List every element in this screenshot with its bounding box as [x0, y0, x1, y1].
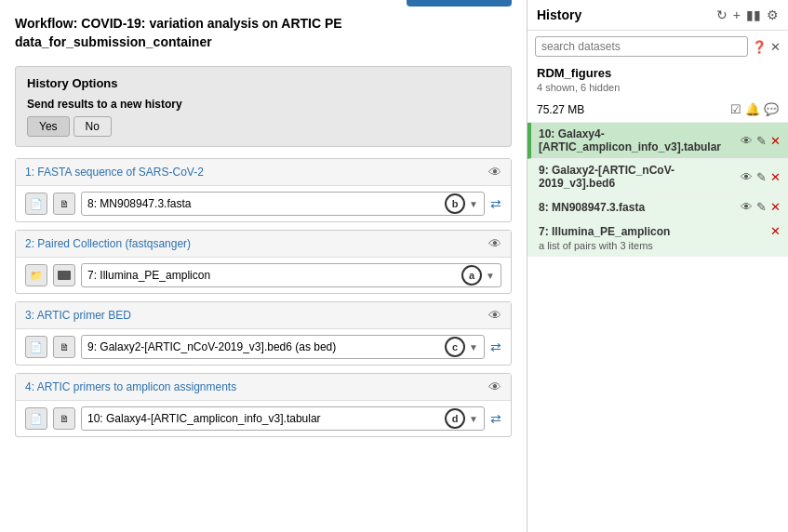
sidebar-header: History ↻ + ▮▮ ⚙: [528, 0, 788, 31]
ds8-x-icon[interactable]: ✕: [770, 200, 781, 214]
input-4-swap-icon[interactable]: ⇄: [490, 411, 501, 426]
main-content: Run Workflow Workflow: COVID-19: variati…: [0, 0, 528, 532]
history-size: 75.27 MB: [537, 103, 584, 116]
checkbox-icon[interactable]: ☑: [730, 102, 741, 116]
search-help-icon[interactable]: ❓: [752, 40, 767, 54]
refresh-icon[interactable]: ↻: [716, 7, 728, 22]
input-1-dataset-select[interactable]: 8: MN908947.3.fasta b ▼: [81, 192, 485, 216]
input-1-swap-icon[interactable]: ⇄: [490, 196, 501, 211]
input-2-circle-label: a: [461, 265, 482, 286]
folder-icon: 📁: [30, 270, 43, 282]
input-2-title-link[interactable]: 2: Paired Collection (fastqsanger): [25, 237, 191, 250]
dataset-item-10[interactable]: 10: Galaxy4-[ARTIC_amplicon_info_v3].tab…: [528, 123, 788, 159]
input-1-eye-icon[interactable]: 👁: [488, 165, 501, 180]
input-1-copy-icon-btn[interactable]: 🗎: [53, 193, 75, 215]
dataset-item-9[interactable]: 9: Galaxy2-[ARTIC_nCoV-2019_v3].bed6 👁 ✎…: [528, 159, 788, 195]
input-3-dataset-value: 9: Galaxy2-[ARTIC_nCoV-2019_v3].bed6 (as…: [87, 340, 445, 353]
no-button[interactable]: No: [73, 116, 112, 137]
ds8-eye-icon[interactable]: 👁: [741, 200, 753, 214]
input-4-title-link[interactable]: 4: ARTIC primers to amplicon assignments: [25, 380, 236, 393]
dataset-7-subtitle: a list of pairs with 3 items: [539, 240, 781, 251]
add-icon[interactable]: +: [733, 7, 741, 22]
input-2-dataset-value: 7: Illumina_PE_amplicon: [87, 269, 461, 282]
copy-icon: 🗎: [60, 198, 70, 209]
input-2-eye-icon[interactable]: 👁: [488, 236, 501, 251]
search-bar: ❓ ✕: [528, 31, 788, 62]
columns-icon[interactable]: ▮▮: [746, 7, 761, 22]
ds8-pencil-icon[interactable]: ✎: [756, 200, 767, 214]
input-section-2: 2: Paired Collection (fastqsanger) 👁 📁 7…: [15, 230, 512, 294]
input-4-dataset-value: 10: Galaxy4-[ARTIC_amplicon_info_v3].tab…: [87, 412, 445, 425]
input-2-folder-icon-btn[interactable]: 📁: [25, 264, 47, 286]
input-1-circle-label: b: [445, 193, 465, 214]
copy-icon-4: 🗎: [60, 413, 70, 424]
dataset-item-8[interactable]: 8: MN908947.3.fasta 👁 ✎ ✕: [528, 195, 788, 219]
input-2-caret-icon: ▼: [486, 271, 495, 281]
run-workflow-button[interactable]: Run Workflow: [407, 0, 512, 7]
input-4-file-icon-btn[interactable]: 📄: [25, 407, 47, 430]
workflow-title: Workflow: COVID-19: variation analysis o…: [15, 15, 368, 51]
history-size-icons: ☑ 🔔 💬: [730, 102, 779, 116]
input-3-circle-label: c: [445, 337, 465, 357]
sidebar: History ↻ + ▮▮ ⚙ ❓ ✕ RDM_figures 4 shown…: [528, 0, 788, 532]
input-1-caret-icon: ▼: [469, 199, 478, 209]
input-1-dataset-value: 8: MN908947.3.fasta: [87, 197, 445, 210]
sidebar-title: History: [537, 7, 581, 22]
ds7-x-icon[interactable]: ✕: [770, 224, 781, 238]
dataset-7-title: 7: Illumina_PE_amplicon: [539, 225, 770, 238]
dataset-9-title: 9: Galaxy2-[ARTIC_nCoV-2019_v3].bed6: [539, 164, 741, 190]
sidebar-header-icons: ↻ + ▮▮ ⚙: [716, 7, 779, 22]
input-3-copy-icon-btn[interactable]: 🗎: [53, 336, 75, 358]
history-meta: 4 shown, 6 hidden: [528, 80, 788, 99]
input-4-circle-label: d: [445, 408, 465, 429]
dark-folder-icon: [58, 271, 71, 280]
input-3-dataset-select[interactable]: 9: Galaxy2-[ARTIC_nCoV-2019_v3].bed6 (as…: [81, 335, 485, 359]
dataset-item-7[interactable]: 7: Illumina_PE_amplicon ✕ a list of pair…: [528, 219, 788, 257]
input-section-4: 4: ARTIC primers to amplicon assignments…: [15, 373, 512, 437]
input-3-file-icon-btn[interactable]: 📄: [25, 336, 47, 358]
input-2-dataset-select[interactable]: 7: Illumina_PE_amplicon a ▼: [81, 263, 501, 287]
settings-icon[interactable]: ⚙: [767, 7, 779, 22]
comment-icon[interactable]: 💬: [764, 102, 779, 116]
copy-icon-3: 🗎: [60, 341, 70, 352]
dataset-8-title: 8: MN908947.3.fasta: [539, 201, 741, 214]
send-results-label: Send results to a new history: [27, 98, 500, 111]
input-1-title-link[interactable]: 1: FASTA sequence of SARS-CoV-2: [25, 166, 204, 179]
input-1-file-icon-btn[interactable]: 📄: [25, 193, 47, 215]
input-section-1: 1: FASTA sequence of SARS-CoV-2 👁 📄 🗎 8:…: [15, 158, 512, 222]
input-4-dataset-select[interactable]: 10: Galaxy4-[ARTIC_amplicon_info_v3].tab…: [81, 406, 485, 431]
input-3-title-link[interactable]: 3: ARTIC primer BED: [25, 309, 131, 322]
search-input[interactable]: [535, 36, 748, 57]
ds10-x-icon[interactable]: ✕: [770, 134, 781, 148]
history-name: RDM_figures: [528, 62, 788, 80]
ds9-x-icon[interactable]: ✕: [770, 170, 781, 184]
ds10-pencil-icon[interactable]: ✎: [756, 134, 767, 148]
ds9-pencil-icon[interactable]: ✎: [756, 170, 767, 184]
history-options-section: History Options Send results to a new hi…: [15, 66, 512, 147]
search-clear-icon[interactable]: ✕: [770, 40, 781, 54]
file-icon-4: 📄: [30, 413, 43, 425]
history-size-row: 75.27 MB ☑ 🔔 💬: [528, 99, 788, 123]
input-section-3: 3: ARTIC primer BED 👁 📄 🗎 9: Galaxy2-[AR…: [15, 301, 512, 366]
input-4-caret-icon: ▼: [469, 414, 478, 424]
file-icon-3: 📄: [30, 341, 43, 353]
input-3-eye-icon[interactable]: 👁: [488, 308, 501, 323]
input-4-copy-icon-btn[interactable]: 🗎: [53, 407, 75, 430]
tag-icon[interactable]: 🔔: [745, 102, 760, 116]
input-3-caret-icon: ▼: [469, 342, 478, 352]
ds10-eye-icon[interactable]: 👁: [741, 134, 753, 148]
dataset-10-title: 10: Galaxy4-[ARTIC_amplicon_info_v3].tab…: [539, 127, 741, 153]
input-3-swap-icon[interactable]: ⇄: [490, 339, 501, 354]
input-2-dark-folder-icon-btn[interactable]: [53, 264, 75, 286]
history-options-title: History Options: [27, 76, 500, 90]
ds9-eye-icon[interactable]: 👁: [741, 170, 753, 184]
file-icon: 📄: [30, 198, 43, 210]
input-4-eye-icon[interactable]: 👁: [488, 379, 501, 394]
yes-button[interactable]: Yes: [27, 116, 70, 137]
